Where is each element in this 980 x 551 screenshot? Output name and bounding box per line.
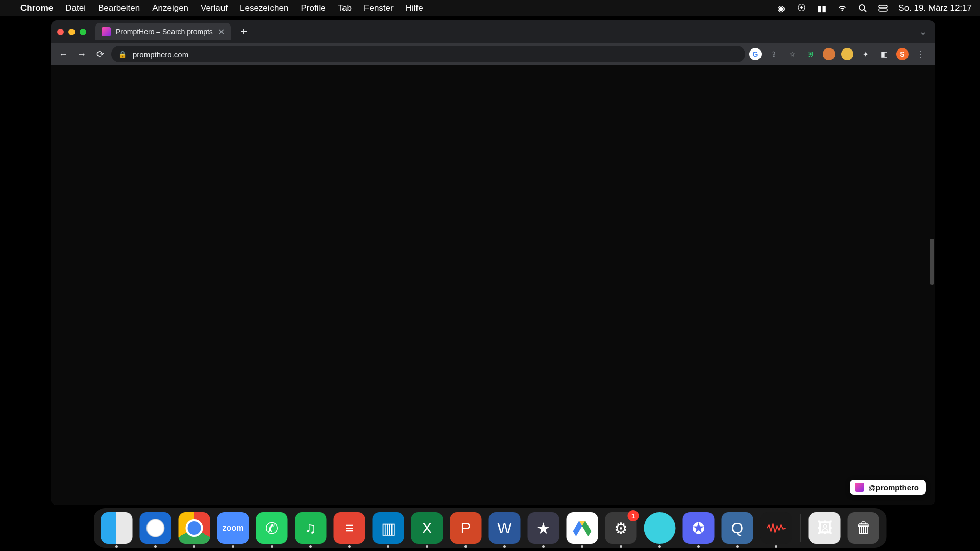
- url-text: prompthero.com: [133, 50, 188, 59]
- menubar-app-name[interactable]: Chrome: [20, 3, 53, 13]
- dock-chrome[interactable]: [179, 512, 210, 544]
- search-icon[interactable]: [857, 3, 868, 13]
- chrome-window: PromptHero – Search prompts ✕ + ⌄ ← → ⟳ …: [51, 20, 935, 505]
- new-tab-button[interactable]: +: [237, 24, 251, 39]
- window-minimize-button[interactable]: [68, 29, 75, 35]
- window-close-button[interactable]: [57, 29, 64, 35]
- menu-profile[interactable]: Profile: [301, 3, 325, 13]
- window-maximize-button[interactable]: [80, 29, 86, 35]
- menubar-datetime[interactable]: So. 19. März 12:17: [898, 3, 972, 13]
- bookmark-star-icon[interactable]: ☆: [786, 48, 798, 60]
- wifi-icon[interactable]: [837, 3, 847, 13]
- image-grid: armor of GOD, GOOD AND EVIL, GOLD, BLACK…: [51, 65, 935, 68]
- address-bar[interactable]: 🔒 prompthero.com: [111, 46, 745, 62]
- chrome-menu-icon[interactable]: ⋮: [915, 48, 927, 60]
- dock-word[interactable]: W: [489, 512, 521, 544]
- svg-line-1: [864, 10, 866, 12]
- dock-quicktime[interactable]: Q: [722, 512, 753, 544]
- dock-excel[interactable]: X: [411, 512, 443, 544]
- tab-title: PromptHero – Search prompts: [116, 28, 213, 36]
- macos-menubar: Chrome Datei Bearbeiten Anzeigen Verlauf…: [0, 0, 980, 16]
- dock-finder[interactable]: [101, 512, 133, 544]
- menu-fenster[interactable]: Fenster: [364, 3, 394, 13]
- extension-yellow-icon[interactable]: [841, 48, 853, 60]
- dock-googledrive[interactable]: [567, 512, 598, 544]
- menu-datei[interactable]: Datei: [65, 3, 86, 13]
- share-icon[interactable]: ⇪: [768, 48, 780, 60]
- tab-strip: PromptHero – Search prompts ✕ + ⌄: [51, 20, 935, 43]
- menu-tab[interactable]: Tab: [338, 3, 352, 13]
- shield-icon[interactable]: ⛨: [804, 48, 817, 60]
- lock-icon: 🔒: [118, 51, 127, 58]
- menu-anzeigen[interactable]: Anzeigen: [152, 3, 188, 13]
- prompthero-logo-icon: [855, 483, 864, 492]
- record-icon[interactable]: ◉: [776, 3, 786, 13]
- menu-bearbeiten[interactable]: Bearbeiten: [98, 3, 140, 13]
- svg-rect-2: [879, 5, 887, 8]
- dock-discord[interactable]: ✪: [683, 512, 715, 544]
- screenrecord-icon[interactable]: ⦿: [796, 3, 806, 13]
- dock-trash[interactable]: 🗑: [848, 512, 879, 544]
- dock-app-cyan[interactable]: [644, 512, 676, 544]
- browser-toolbar: ← → ⟳ 🔒 prompthero.com G ⇪ ☆ ⛨ ✦ ◧ S ⋮: [51, 43, 935, 65]
- dock-imovie[interactable]: ★: [528, 512, 559, 544]
- window-controls: [57, 29, 86, 35]
- side-panel-icon[interactable]: ◧: [878, 48, 890, 60]
- prompthero-handle: @prompthero: [868, 483, 919, 492]
- extensions-icon[interactable]: ✦: [860, 48, 872, 60]
- dock-spotify[interactable]: ♫: [295, 512, 327, 544]
- forward-button[interactable]: →: [75, 47, 89, 61]
- dock-separator: [800, 514, 801, 542]
- dock-todoist[interactable]: ≡: [334, 512, 365, 544]
- dock-voicememos[interactable]: [761, 512, 792, 544]
- dock-zoom[interactable]: zoom: [217, 512, 249, 544]
- prompthero-badge[interactable]: @prompthero: [850, 480, 926, 495]
- settings-badge: 1: [628, 510, 639, 521]
- control-center-icon[interactable]: [878, 3, 888, 13]
- dock-trello[interactable]: ▥: [373, 512, 404, 544]
- menu-lesezeichen[interactable]: Lesezeichen: [240, 3, 288, 13]
- svg-rect-3: [879, 9, 887, 11]
- dock-settings[interactable]: ⚙1: [605, 512, 637, 544]
- browser-tab[interactable]: PromptHero – Search prompts ✕: [95, 23, 231, 40]
- tab-close-button[interactable]: ✕: [218, 27, 225, 37]
- google-translate-icon[interactable]: G: [749, 48, 762, 60]
- tabs-dropdown-icon[interactable]: ⌄: [919, 26, 927, 37]
- dock-preview[interactable]: 🖼: [809, 512, 841, 544]
- back-button[interactable]: ←: [56, 47, 70, 61]
- macos-dock: zoom ✆ ♫ ≡ ▥ X P W ★ ⚙1 ✪ Q 🖼 🗑: [94, 508, 887, 548]
- menu-verlauf[interactable]: Verlauf: [201, 3, 228, 13]
- scrollbar-thumb[interactable]: [930, 239, 934, 285]
- menu-hilfe[interactable]: Hilfe: [406, 3, 423, 13]
- battery-icon[interactable]: ▮▮: [817, 3, 827, 13]
- dock-powerpoint[interactable]: P: [450, 512, 482, 544]
- extension-orange-icon[interactable]: [823, 48, 835, 60]
- tab-favicon-icon: [102, 27, 111, 36]
- profile-avatar[interactable]: S: [896, 48, 909, 60]
- page-viewport: armor of GOD, GOOD AND EVIL, GOLD, BLACK…: [51, 65, 935, 505]
- reload-button[interactable]: ⟳: [93, 47, 107, 61]
- dock-whatsapp[interactable]: ✆: [256, 512, 288, 544]
- svg-point-0: [859, 5, 865, 10]
- dock-safari[interactable]: [140, 512, 172, 544]
